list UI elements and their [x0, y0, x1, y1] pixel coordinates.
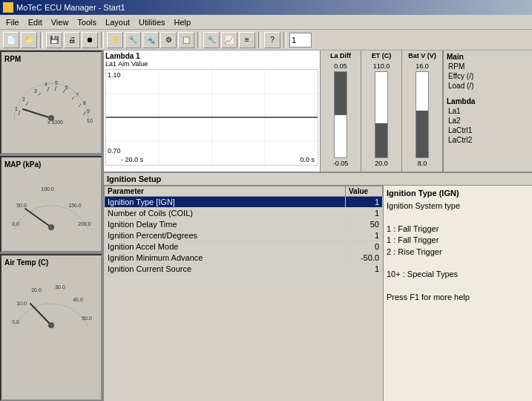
save-button[interactable]: 💾	[46, 32, 62, 48]
svg-point-29	[48, 224, 54, 230]
et-bottom-val: 20.0	[375, 160, 388, 167]
ignition-setup: Ignition Setup Parameter Value Ignition …	[104, 173, 532, 401]
graph-button[interactable]: 📈	[221, 32, 237, 48]
lambda-chart-title: Lambda 1	[105, 52, 318, 60]
main-item-rpm[interactable]: RPM	[445, 62, 531, 71]
la-diff-bottom-val: -0.05	[333, 160, 349, 167]
tool1-button[interactable]: ⚡	[107, 32, 123, 48]
svg-text:2: 2	[22, 97, 25, 102]
svg-text:200.0: 200.0	[78, 221, 91, 226]
ignition-help-title: Ignition Type (IGN)	[387, 189, 529, 198]
svg-line-36	[30, 304, 51, 325]
tool5-button[interactable]: 📋	[178, 32, 194, 48]
ignition-setup-title: Ignition Setup	[104, 173, 532, 186]
table-row[interactable]: Ignition Current Source1	[105, 264, 383, 275]
main-section-title: Main	[445, 52, 531, 62]
print-button[interactable]: 🖨	[64, 32, 80, 48]
menu-file[interactable]: File	[1, 16, 24, 28]
menu-tools[interactable]: Tools	[73, 16, 101, 28]
et-title: ET (C)	[372, 52, 392, 59]
tool2-button[interactable]: 🔧	[125, 32, 141, 48]
toolbar-sep1	[40, 32, 43, 48]
chart-y-bottom: 0.70	[108, 147, 121, 154]
tool3-button[interactable]: 🔩	[142, 32, 159, 48]
svg-line-20	[23, 109, 51, 118]
param-cell: Ignition Type [IGN]	[105, 197, 346, 208]
menu-utilities[interactable]: Utilities	[134, 16, 169, 28]
left-panels: RPM 1 2 3 4	[0, 50, 104, 401]
svg-line-12	[72, 97, 74, 100]
lambda-chart-subtitle: La1 Aim Value	[105, 60, 318, 68]
svg-text:10: 10	[87, 118, 93, 123]
value-cell: -50.0	[346, 252, 383, 264]
svg-text:30.0: 30.0	[55, 284, 65, 290]
la-diff-top-val: 0.05	[334, 62, 347, 70]
lambda-chart-area: 1.10 0.70 - 20.0 s 0.0 s	[105, 69, 318, 166]
record-button[interactable]: ⏺	[82, 32, 98, 48]
lambda-item-lactrl2[interactable]: LaCtrl2	[445, 135, 531, 145]
main-item-load[interactable]: Load (/)	[445, 81, 531, 91]
svg-text:50.0: 50.0	[82, 316, 92, 321]
help-line: 10+ : Special Types	[387, 269, 529, 280]
tool4-button[interactable]: ⚙	[160, 32, 177, 48]
table-row[interactable]: Ignition Minimum Advance-50.0	[105, 252, 383, 264]
ignition-params-table: Parameter Value Ignition Type [IGN]1Numb…	[104, 186, 383, 275]
bat-v-title: Bat V (V)	[408, 52, 436, 59]
svg-line-14	[79, 104, 81, 107]
menu-layout[interactable]: Layout	[101, 16, 134, 28]
lambda-chart-svg	[106, 70, 318, 165]
svg-text:40.0: 40.0	[73, 297, 83, 302]
rpm-gauge-svg: 1 2 3 4 5 6	[7, 65, 96, 124]
menu-view[interactable]: View	[47, 16, 73, 28]
et-gauge: ET (C) 110.0 20.0	[361, 50, 402, 172]
svg-text:0.0: 0.0	[12, 221, 19, 226]
menu-edit[interactable]: Edit	[24, 16, 47, 28]
value-cell: 0	[346, 241, 383, 252]
help-line: 2 : Rise Trigger	[387, 247, 529, 258]
chart-y-top: 1.10	[108, 71, 121, 79]
list-button[interactable]: ≡	[239, 32, 255, 48]
table-row[interactable]: Number of Coils (COIL)1	[105, 208, 383, 219]
toolbar: 📄 📁 💾 🖨 ⏺ ⚡ 🔧 🔩 ⚙ 📋 🔧 📈 ≡ ? 1	[0, 30, 532, 50]
svg-text:8: 8	[83, 100, 86, 105]
menu-help[interactable]: Help	[170, 16, 196, 28]
help-line	[387, 258, 529, 269]
lambda-item-lactrl1[interactable]: LaCtrl1	[445, 125, 531, 135]
chart-x-left: - 20.0 s	[121, 156, 143, 163]
settings-button[interactable]: 🔧	[203, 32, 220, 48]
lambda-item-la2[interactable]: La2	[445, 116, 531, 125]
col-value: Value	[346, 186, 383, 197]
lambda-section-title: Lambda	[445, 97, 531, 106]
svg-text:9: 9	[87, 108, 90, 114]
svg-point-37	[48, 322, 54, 328]
ignition-table: Parameter Value Ignition Type [IGN]1Numb…	[104, 186, 384, 401]
new-button[interactable]: 📄	[3, 32, 19, 48]
chart-x-right: 0.0 s	[300, 156, 315, 163]
table-row[interactable]: Ignition Type [IGN]1	[105, 197, 383, 208]
rpm-gauge-panel: RPM 1 2 3 4	[0, 50, 102, 154]
open-button[interactable]: 📁	[21, 32, 37, 48]
svg-text:10.0: 10.0	[16, 301, 27, 306]
right-divider	[445, 91, 531, 97]
lambda-chart: Lambda 1 La1 Aim Value 1.10	[104, 50, 321, 172]
title-bar: MoTeC ECU Manager - Start1	[0, 0, 532, 15]
map-gauge-panel: MAP (kPa) 0.0 50.0 100.0 150.0 200.0	[0, 156, 102, 252]
title-text: MoTeC ECU Manager - Start1	[16, 3, 125, 12]
table-row[interactable]: Ignition Percent/Degrees1	[105, 230, 383, 241]
help-line: 1 : Fall Trigger	[387, 224, 529, 235]
ignition-help-lines: Ignition System type 1 : Fall Trigger1 :…	[387, 200, 529, 304]
svg-text:100.0: 100.0	[41, 186, 54, 192]
value-cell: 1	[346, 208, 383, 219]
help-button[interactable]: ?	[264, 32, 280, 48]
svg-text:4: 4	[45, 82, 47, 87]
page-input[interactable]: 1	[289, 33, 312, 48]
param-cell: Ignition Delay Time	[105, 219, 346, 230]
main-item-effcy[interactable]: Effcy (/)	[445, 71, 531, 81]
lambda-item-la1[interactable]: La1	[445, 106, 531, 116]
toolbar-sep2	[101, 32, 104, 48]
svg-text:20.0: 20.0	[31, 287, 42, 293]
toolbar-sep3	[197, 32, 200, 48]
table-row[interactable]: Ignition Delay Time50	[105, 219, 383, 230]
param-cell: Ignition Percent/Degrees	[105, 230, 346, 241]
table-row[interactable]: Ignition Accel Mode0	[105, 241, 383, 252]
